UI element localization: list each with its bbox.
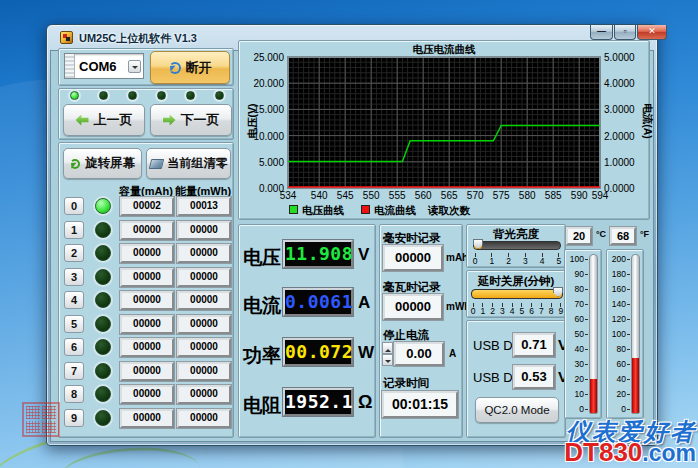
next-page-button[interactable]: 下一页: [150, 104, 232, 136]
thermo-tick: [627, 379, 630, 380]
thermo-tick-label: 120: [609, 315, 626, 324]
group-select-button[interactable]: 9: [64, 409, 84, 427]
y-right-tick: 2.0000: [604, 131, 646, 142]
chart-svg: [288, 57, 600, 188]
backlight-slider[interactable]: [473, 241, 561, 250]
group-select-button[interactable]: 8: [64, 385, 84, 403]
thermo-tick-label: 60: [567, 315, 584, 324]
thermo-tick-label: 50: [567, 330, 584, 339]
thermo-tick-label: 180: [609, 270, 626, 279]
fahrenheit-unit: °F: [640, 229, 649, 239]
minimize-button[interactable]: —: [590, 25, 613, 40]
seal-watermark: [22, 402, 60, 437]
disconnect-label: 断开: [186, 59, 212, 77]
power-label: 功率: [243, 343, 281, 369]
thermo-tick: [585, 274, 588, 275]
group-energy-value: 00000: [177, 409, 231, 428]
x-tick: 545: [333, 190, 357, 201]
fahrenheit-thermometer: 200180160140120100806040200: [606, 249, 644, 419]
record-time-value: 00:01:15: [382, 391, 458, 418]
resistance-unit: Ω: [358, 392, 372, 413]
screen-off-slider-fill: [472, 290, 562, 298]
group-capacity-value: 00000: [120, 244, 174, 263]
com-port-select[interactable]: COM6: [64, 53, 144, 79]
x-tick: 585: [541, 190, 565, 201]
thermo-tick: [585, 394, 588, 395]
screen-off-panel: 延时关屏(分钟) 0123456789: [466, 270, 566, 318]
screen-off-title: 延时关屏(分钟): [467, 274, 565, 289]
group-led: [95, 363, 111, 379]
group-energy-value: 00000: [177, 221, 231, 240]
group-energy-value: 00000: [177, 338, 231, 357]
watermark-brand: DT830: [564, 437, 642, 467]
screen-off-slider[interactable]: [471, 289, 563, 299]
page-led: [70, 91, 79, 100]
stop-current-decrement-button[interactable]: [382, 354, 393, 366]
scale-tick: 5: [518, 303, 526, 316]
celsius-thermometer: 1009080706050403020100: [564, 249, 602, 419]
y-right-tick: 1.0000: [604, 157, 646, 168]
thermo-tick: [627, 274, 630, 275]
current-display: 0.0061: [283, 288, 353, 316]
x-tick: 534: [276, 190, 300, 201]
group-select-button[interactable]: 1: [64, 221, 84, 239]
chart-plot-area: [288, 57, 600, 188]
disconnect-button[interactable]: 断开: [150, 51, 230, 84]
app-icon: [60, 31, 73, 44]
group-capacity-value: 00000: [120, 221, 174, 240]
rotate-icon: [70, 159, 80, 169]
thermo-tick: [585, 409, 588, 410]
clear-group-button[interactable]: 当前组清零: [146, 148, 231, 179]
group-select-button[interactable]: 6: [64, 338, 84, 356]
scale-tick: 0: [471, 253, 479, 266]
group-select-button[interactable]: 7: [64, 362, 84, 380]
page-led: [128, 91, 137, 100]
y-left-tick: 5.000: [242, 157, 284, 168]
stop-current-input[interactable]: 0.00: [394, 342, 444, 366]
scale-tick: 5: [555, 253, 563, 266]
maximize-button[interactable]: ▫: [614, 25, 636, 40]
screen-off-scale: 0123456789: [469, 303, 565, 316]
thermo-tick: [585, 349, 588, 350]
y-right-tick: 5.0000: [604, 52, 646, 63]
prev-page-button[interactable]: 上一页: [63, 104, 145, 136]
thermo-tick: [585, 379, 588, 380]
usb-dminus-value: 0.53: [513, 365, 555, 389]
mwh-record-value: 00000: [383, 294, 443, 320]
group-select-button[interactable]: 2: [64, 244, 84, 262]
x-tick: 555: [385, 190, 409, 201]
thermo-tick-label: 140: [609, 300, 626, 309]
scale-tick: 3: [498, 303, 506, 316]
group-energy-value: 00000: [177, 244, 231, 263]
group-select-button[interactable]: 5: [64, 315, 84, 333]
close-button[interactable]: ✕: [637, 25, 667, 40]
group-capacity-value: 00000: [120, 409, 174, 428]
clear-icon: [148, 159, 163, 169]
group-select-button[interactable]: 0: [64, 197, 84, 215]
stop-current-increment-button[interactable]: [382, 342, 393, 354]
thermo-tick-label: 160: [609, 285, 626, 294]
x-tick: 550: [359, 190, 383, 201]
current-legend-swatch: [361, 205, 370, 214]
mah-record-label: 毫安时记录: [383, 231, 441, 246]
qc-mode-button[interactable]: QC2.0 Mode: [475, 397, 559, 423]
rotate-screen-button[interactable]: 旋转屏幕: [63, 148, 142, 179]
voltage-legend-label: 电压曲线: [302, 204, 344, 218]
thermo-tick: [585, 319, 588, 320]
desktop: UM25C上位机软件 V1.3 — ▫ ✕ COM6 断开 上一页 下一页 旋转…: [0, 0, 698, 468]
usb-dplus-value: 0.71: [513, 333, 555, 357]
chevron-down-icon[interactable]: [128, 60, 141, 73]
thermo-tick-label: 20: [609, 390, 626, 399]
thermo-tick: [585, 289, 588, 290]
page-led: [186, 91, 195, 100]
y-right-tick: 4.0000: [604, 78, 646, 89]
thermo-tick-label: 100: [609, 330, 626, 339]
group-select-button[interactable]: 4: [64, 291, 84, 309]
thermo-tick: [627, 394, 630, 395]
group-select-button[interactable]: 3: [64, 268, 84, 286]
chart-title: 电压电流曲线: [238, 43, 650, 57]
celsius-unit: °C: [596, 229, 606, 239]
power-unit: W: [358, 343, 374, 363]
group-capacity-value: 00002: [120, 197, 174, 216]
group-led: [95, 222, 111, 238]
